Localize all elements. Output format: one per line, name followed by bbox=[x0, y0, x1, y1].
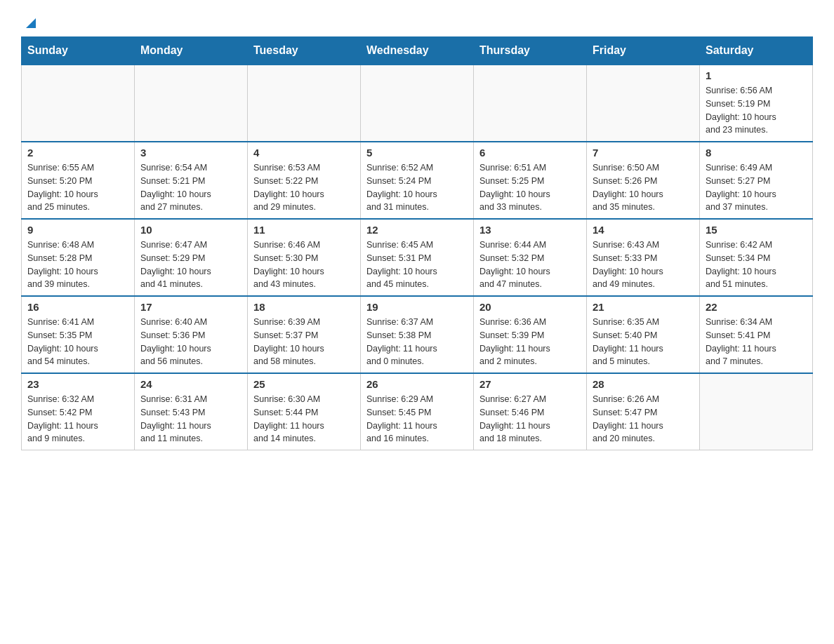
logo bbox=[21, 14, 39, 29]
day-number: 8 bbox=[706, 147, 807, 159]
day-info: Sunrise: 6:45 AM Sunset: 5:31 PM Dayligh… bbox=[366, 239, 468, 291]
calendar-cell: 11Sunrise: 6:46 AM Sunset: 5:30 PM Dayli… bbox=[248, 219, 361, 296]
day-info: Sunrise: 6:39 AM Sunset: 5:37 PM Dayligh… bbox=[253, 316, 355, 368]
day-number: 2 bbox=[27, 147, 128, 159]
calendar-cell: 10Sunrise: 6:47 AM Sunset: 5:29 PM Dayli… bbox=[135, 219, 248, 296]
col-header-thursday: Thursday bbox=[474, 37, 587, 65]
day-number: 20 bbox=[479, 301, 581, 313]
page-header bbox=[21, 14, 813, 29]
week-row-3: 9Sunrise: 6:48 AM Sunset: 5:28 PM Daylig… bbox=[22, 219, 813, 296]
col-header-saturday: Saturday bbox=[700, 37, 813, 65]
day-info: Sunrise: 6:35 AM Sunset: 5:40 PM Dayligh… bbox=[593, 316, 694, 368]
day-info: Sunrise: 6:48 AM Sunset: 5:28 PM Dayligh… bbox=[27, 239, 128, 291]
day-number: 1 bbox=[706, 69, 807, 81]
calendar-cell: 25Sunrise: 6:30 AM Sunset: 5:44 PM Dayli… bbox=[248, 373, 361, 450]
calendar-cell: 18Sunrise: 6:39 AM Sunset: 5:37 PM Dayli… bbox=[248, 296, 361, 373]
day-number: 4 bbox=[253, 147, 355, 159]
calendar-cell bbox=[587, 65, 700, 142]
day-info: Sunrise: 6:42 AM Sunset: 5:34 PM Dayligh… bbox=[706, 239, 807, 291]
day-number: 5 bbox=[366, 147, 468, 159]
calendar-cell: 1Sunrise: 6:56 AM Sunset: 5:19 PM Daylig… bbox=[700, 65, 813, 142]
day-info: Sunrise: 6:52 AM Sunset: 5:24 PM Dayligh… bbox=[366, 161, 468, 214]
calendar-cell: 6Sunrise: 6:51 AM Sunset: 5:25 PM Daylig… bbox=[474, 142, 587, 219]
day-info: Sunrise: 6:47 AM Sunset: 5:29 PM Dayligh… bbox=[140, 239, 241, 291]
calendar-cell: 23Sunrise: 6:32 AM Sunset: 5:42 PM Dayli… bbox=[22, 373, 135, 450]
week-row-4: 16Sunrise: 6:41 AM Sunset: 5:35 PM Dayli… bbox=[22, 296, 813, 373]
calendar-cell: 8Sunrise: 6:49 AM Sunset: 5:27 PM Daylig… bbox=[700, 142, 813, 219]
day-number: 9 bbox=[27, 224, 128, 236]
day-number: 18 bbox=[253, 301, 355, 313]
day-number: 3 bbox=[140, 147, 241, 159]
col-header-friday: Friday bbox=[587, 37, 700, 65]
day-info: Sunrise: 6:44 AM Sunset: 5:32 PM Dayligh… bbox=[479, 239, 581, 291]
day-info: Sunrise: 6:50 AM Sunset: 5:26 PM Dayligh… bbox=[593, 161, 694, 214]
day-number: 22 bbox=[706, 301, 807, 313]
day-info: Sunrise: 6:26 AM Sunset: 5:47 PM Dayligh… bbox=[593, 393, 694, 445]
day-info: Sunrise: 6:34 AM Sunset: 5:41 PM Dayligh… bbox=[706, 316, 807, 368]
calendar-cell: 13Sunrise: 6:44 AM Sunset: 5:32 PM Dayli… bbox=[474, 219, 587, 296]
calendar-cell: 24Sunrise: 6:31 AM Sunset: 5:43 PM Dayli… bbox=[135, 373, 248, 450]
calendar-cell: 28Sunrise: 6:26 AM Sunset: 5:47 PM Dayli… bbox=[587, 373, 700, 450]
day-number: 6 bbox=[479, 147, 581, 159]
day-info: Sunrise: 6:32 AM Sunset: 5:42 PM Dayligh… bbox=[27, 393, 128, 445]
col-header-tuesday: Tuesday bbox=[248, 37, 361, 65]
day-number: 14 bbox=[593, 224, 694, 236]
calendar-cell: 21Sunrise: 6:35 AM Sunset: 5:40 PM Dayli… bbox=[587, 296, 700, 373]
svg-marker-0 bbox=[26, 18, 36, 28]
day-number: 13 bbox=[479, 224, 581, 236]
day-info: Sunrise: 6:30 AM Sunset: 5:44 PM Dayligh… bbox=[253, 393, 355, 445]
calendar-cell bbox=[135, 65, 248, 142]
day-number: 28 bbox=[593, 378, 694, 390]
day-info: Sunrise: 6:40 AM Sunset: 5:36 PM Dayligh… bbox=[140, 316, 241, 368]
col-header-wednesday: Wednesday bbox=[361, 37, 474, 65]
day-number: 7 bbox=[593, 147, 694, 159]
day-info: Sunrise: 6:43 AM Sunset: 5:33 PM Dayligh… bbox=[593, 239, 694, 291]
day-number: 23 bbox=[27, 378, 128, 390]
day-number: 16 bbox=[27, 301, 128, 313]
calendar-cell: 20Sunrise: 6:36 AM Sunset: 5:39 PM Dayli… bbox=[474, 296, 587, 373]
day-info: Sunrise: 6:41 AM Sunset: 5:35 PM Dayligh… bbox=[27, 316, 128, 368]
calendar-cell: 5Sunrise: 6:52 AM Sunset: 5:24 PM Daylig… bbox=[361, 142, 474, 219]
calendar-cell: 15Sunrise: 6:42 AM Sunset: 5:34 PM Dayli… bbox=[700, 219, 813, 296]
calendar-cell bbox=[474, 65, 587, 142]
day-number: 24 bbox=[140, 378, 241, 390]
week-row-2: 2Sunrise: 6:55 AM Sunset: 5:20 PM Daylig… bbox=[22, 142, 813, 219]
logo-triangle-icon bbox=[23, 15, 39, 34]
day-number: 19 bbox=[366, 301, 468, 313]
calendar-cell: 14Sunrise: 6:43 AM Sunset: 5:33 PM Dayli… bbox=[587, 219, 700, 296]
calendar-cell: 9Sunrise: 6:48 AM Sunset: 5:28 PM Daylig… bbox=[22, 219, 135, 296]
calendar-cell: 27Sunrise: 6:27 AM Sunset: 5:46 PM Dayli… bbox=[474, 373, 587, 450]
calendar-header-row: SundayMondayTuesdayWednesdayThursdayFrid… bbox=[22, 37, 813, 65]
day-info: Sunrise: 6:27 AM Sunset: 5:46 PM Dayligh… bbox=[479, 393, 581, 445]
day-info: Sunrise: 6:31 AM Sunset: 5:43 PM Dayligh… bbox=[140, 393, 241, 445]
day-number: 25 bbox=[253, 378, 355, 390]
day-number: 27 bbox=[479, 378, 581, 390]
calendar-cell: 4Sunrise: 6:53 AM Sunset: 5:22 PM Daylig… bbox=[248, 142, 361, 219]
calendar-cell: 3Sunrise: 6:54 AM Sunset: 5:21 PM Daylig… bbox=[135, 142, 248, 219]
day-info: Sunrise: 6:51 AM Sunset: 5:25 PM Dayligh… bbox=[479, 161, 581, 214]
calendar-cell: 2Sunrise: 6:55 AM Sunset: 5:20 PM Daylig… bbox=[22, 142, 135, 219]
calendar-cell bbox=[361, 65, 474, 142]
week-row-1: 1Sunrise: 6:56 AM Sunset: 5:19 PM Daylig… bbox=[22, 65, 813, 142]
day-info: Sunrise: 6:36 AM Sunset: 5:39 PM Dayligh… bbox=[479, 316, 581, 368]
day-number: 12 bbox=[366, 224, 468, 236]
calendar-cell: 26Sunrise: 6:29 AM Sunset: 5:45 PM Dayli… bbox=[361, 373, 474, 450]
calendar-cell: 17Sunrise: 6:40 AM Sunset: 5:36 PM Dayli… bbox=[135, 296, 248, 373]
day-info: Sunrise: 6:37 AM Sunset: 5:38 PM Dayligh… bbox=[366, 316, 468, 368]
day-info: Sunrise: 6:46 AM Sunset: 5:30 PM Dayligh… bbox=[253, 239, 355, 291]
day-info: Sunrise: 6:29 AM Sunset: 5:45 PM Dayligh… bbox=[366, 393, 468, 445]
day-info: Sunrise: 6:49 AM Sunset: 5:27 PM Dayligh… bbox=[706, 161, 807, 214]
calendar-cell bbox=[22, 65, 135, 142]
calendar-cell: 22Sunrise: 6:34 AM Sunset: 5:41 PM Dayli… bbox=[700, 296, 813, 373]
day-number: 15 bbox=[706, 224, 807, 236]
col-header-monday: Monday bbox=[135, 37, 248, 65]
calendar-cell: 19Sunrise: 6:37 AM Sunset: 5:38 PM Dayli… bbox=[361, 296, 474, 373]
calendar-table: SundayMondayTuesdayWednesdayThursdayFrid… bbox=[21, 36, 813, 450]
calendar-cell: 7Sunrise: 6:50 AM Sunset: 5:26 PM Daylig… bbox=[587, 142, 700, 219]
week-row-5: 23Sunrise: 6:32 AM Sunset: 5:42 PM Dayli… bbox=[22, 373, 813, 450]
calendar-cell bbox=[248, 65, 361, 142]
day-number: 21 bbox=[593, 301, 694, 313]
calendar-cell: 16Sunrise: 6:41 AM Sunset: 5:35 PM Dayli… bbox=[22, 296, 135, 373]
calendar-cell bbox=[700, 373, 813, 450]
calendar-cell: 12Sunrise: 6:45 AM Sunset: 5:31 PM Dayli… bbox=[361, 219, 474, 296]
